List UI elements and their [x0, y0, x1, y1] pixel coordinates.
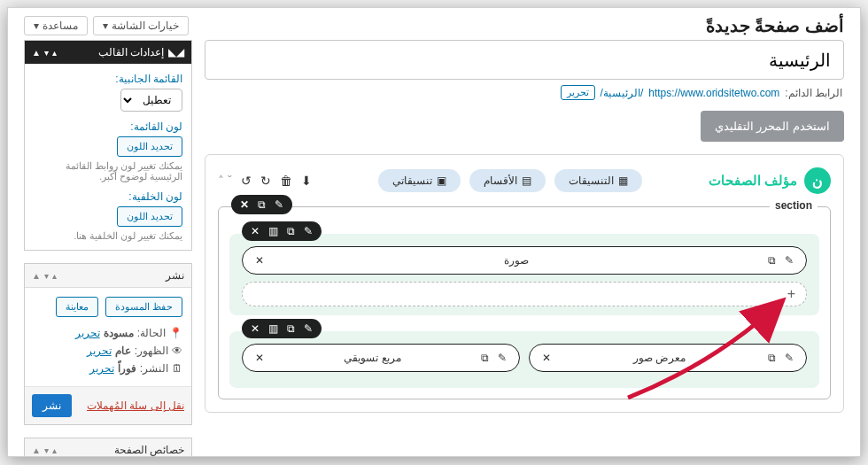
chevron-up-icon[interactable]: ▴ — [52, 446, 57, 455]
page-title: أضف صفحةً جديدةً — [706, 15, 844, 36]
builder-section: section ✎ ⧉ ✕ ✎ ⧉ ▥ ✕ — [218, 206, 831, 399]
close-icon[interactable]: ✕ — [251, 322, 260, 335]
close-icon[interactable]: ✕ — [542, 352, 551, 364]
section-control-bar[interactable]: ✎ ⧉ ✕ — [231, 195, 292, 214]
duplicate-icon[interactable]: ⧉ — [768, 254, 776, 267]
page-title-input[interactable] — [205, 40, 844, 80]
duplicate-icon[interactable]: ⧉ — [287, 322, 295, 335]
builder-tab-layouts[interactable]: ▦التنسيقات — [554, 169, 642, 192]
calendar-icon: 🗓 — [172, 362, 182, 375]
theme-icon: ◢◣ — [168, 46, 184, 58]
screen-options-tab[interactable]: خيارات الشاشة ▾ — [93, 16, 189, 35]
columns-icon[interactable]: ▥ — [268, 322, 278, 335]
add-module-bar[interactable]: + — [242, 282, 807, 306]
columns-icon[interactable]: ▥ — [268, 225, 278, 237]
bg-color-label: لون الخلفية: — [34, 190, 182, 203]
chevron-down-icon[interactable]: ▾ — [44, 446, 49, 455]
edit-icon[interactable]: ✎ — [304, 225, 313, 237]
redo-icon[interactable]: ↻ — [260, 174, 271, 188]
edit-icon[interactable]: ✎ — [304, 322, 313, 335]
side-menu-select[interactable]: تعطيل — [120, 89, 182, 112]
save-draft-button[interactable]: حفظ المسودة — [105, 297, 182, 317]
grid-icon: ▦ — [618, 174, 628, 187]
duplicate-icon[interactable]: ⧉ — [768, 352, 776, 364]
builder-row: ✎ ⧉ ▥ ✕ ✎⧉ معرض صور ✕ ✎ — [229, 331, 819, 388]
row-control-bar[interactable]: ✎ ⧉ ▥ ✕ — [242, 319, 322, 338]
duplicate-icon[interactable]: ⧉ — [287, 225, 295, 237]
permalink-slug[interactable]: /الرئيسية/ — [601, 87, 644, 99]
builder-brand: ن مؤلف الصفحات — [709, 167, 831, 194]
duplicate-icon[interactable]: ⧉ — [258, 198, 266, 211]
theme-settings-panel: ◢◣إعدادات القالب ▴▾▲ القائمة الجانبية: ت… — [24, 40, 192, 251]
page-builder: ن مؤلف الصفحات ▦التنسيقات ▤الأقسام ▣تنسي… — [205, 154, 844, 413]
module-gallery[interactable]: ✎⧉ معرض صور ✕ — [529, 344, 807, 372]
builder-row: ✎ ⧉ ▥ ✕ ✎⧉ صورة ✕ + — [229, 234, 819, 315]
chevron-down-icon[interactable]: ▾ — [44, 48, 49, 58]
use-classic-editor-button[interactable]: استخدم المحرر التقليدي — [701, 111, 844, 142]
undo-icon[interactable]: ↺ — [241, 174, 252, 188]
move-to-trash-link[interactable]: نقل إلى سلة المُهملات — [87, 399, 184, 412]
edit-schedule-link[interactable]: تحرير — [89, 362, 114, 375]
close-icon[interactable]: ✕ — [251, 225, 260, 237]
bg-color-button[interactable]: تحديد اللون — [117, 206, 182, 227]
import-icon[interactable]: ⬇ — [301, 174, 312, 188]
toggle-icon[interactable]: ▲ — [32, 271, 41, 281]
builder-tab-sections[interactable]: ▤الأقسام — [469, 169, 546, 192]
module-image[interactable]: ✎⧉ صورة ✕ — [242, 246, 807, 275]
builder-tab-styling[interactable]: ▣تنسيقاتي — [378, 169, 461, 192]
trash-icon[interactable]: 🗑 — [280, 174, 292, 188]
toggle-icon[interactable]: ▲ — [32, 446, 41, 455]
publish-panel: نشر ▴▾▲ حفظ المسودة معاينة 📍الحالة: مسود… — [24, 263, 192, 425]
edit-icon[interactable]: ✎ — [275, 198, 283, 211]
chevron-down-icon: ▾ — [34, 19, 39, 32]
eye-icon: 👁 — [172, 345, 182, 357]
chevron-up-icon[interactable]: ▴ — [52, 48, 57, 58]
close-icon[interactable]: ✕ — [255, 352, 264, 364]
bg-color-hint: يمكنك تغيير لون الخلفية هنا. — [34, 230, 182, 241]
chevron-up-icon[interactable]: ▴ — [52, 271, 57, 281]
close-icon[interactable]: ✕ — [255, 254, 264, 267]
edit-status-link[interactable]: تحرير — [75, 327, 100, 339]
publish-button[interactable]: نشر — [32, 394, 72, 417]
permalink-edit-button[interactable]: تحرير — [561, 85, 595, 100]
chevron-down-icon[interactable]: ▾ — [44, 271, 49, 281]
menu-color-button[interactable]: تحديد اللون — [117, 136, 182, 157]
edit-visibility-link[interactable]: تحرير — [87, 345, 112, 357]
palette-icon: ▣ — [437, 174, 446, 187]
builder-logo-icon: ن — [804, 167, 831, 194]
pin-icon: 📍 — [169, 327, 182, 339]
edit-icon[interactable]: ✎ — [785, 254, 794, 267]
row-control-bar[interactable]: ✎ ⧉ ▥ ✕ — [242, 221, 322, 241]
collapse-toggle[interactable]: ˇ ˄ — [218, 174, 232, 188]
toggle-icon[interactable]: ▲ — [32, 48, 41, 58]
permalink-base[interactable]: https://www.oridsitetwo.com — [648, 87, 779, 99]
menu-color-label: لون القائمة: — [34, 120, 182, 133]
preview-button[interactable]: معاينة — [56, 297, 98, 317]
help-tab[interactable]: مساعدة ▾ — [24, 16, 88, 35]
module-promo[interactable]: ✎⧉ مربع تسويقي ✕ — [242, 344, 520, 372]
side-menu-label: القائمة الجانبية: — [34, 73, 182, 85]
permalink-row: الرابط الدائم: https://www.oridsitetwo.c… — [205, 80, 844, 105]
section-label: section — [770, 199, 818, 212]
close-icon[interactable]: ✕ — [240, 198, 249, 211]
duplicate-icon[interactable]: ⧉ — [481, 352, 489, 364]
chevron-down-icon: ▾ — [103, 19, 108, 32]
edit-icon[interactable]: ✎ — [785, 352, 794, 364]
edit-icon[interactable]: ✎ — [498, 352, 507, 364]
page-attributes-panel: خصائص الصفحة ▴▾▲ — [24, 438, 192, 457]
section-icon: ▤ — [522, 174, 531, 187]
menu-color-hint: يمكنك تغيير لون روابط القائمة الرئيسية ل… — [34, 160, 182, 182]
